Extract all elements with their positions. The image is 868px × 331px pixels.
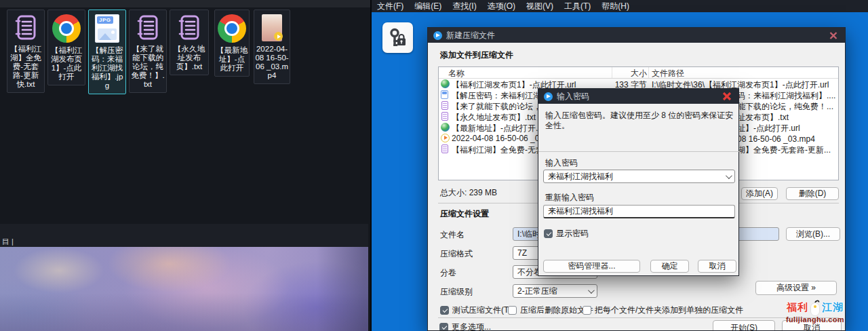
watermark-brand-left: 福利 [787, 301, 808, 314]
menu-item[interactable]: 查找(I) [447, 0, 481, 12]
desktop-top-strip [0, 0, 370, 7]
divider [438, 317, 839, 318]
desktop-icon[interactable]: 【来了就能下载的论坛，纯免费！】.txt [129, 9, 167, 93]
text-file-icon [13, 14, 39, 41]
total-size-label: 总大小: 239 MB [440, 187, 497, 199]
field-combobox[interactable]: 2-正常压缩 [513, 284, 597, 298]
option-checkbox-label: 测试压缩文件(T) [452, 305, 511, 316]
media-player-titlebar: 目 | [0, 224, 368, 247]
password-hint-text: 输入压缩包密码。建议使用至少 8 位的密码来保证安全性。 [545, 111, 735, 131]
desktop-icon-label: 【解压密码：来福利江湖找福利】.jpg [90, 46, 125, 90]
combobox-value: 2-正常压缩 [517, 286, 557, 297]
url-file-icon [441, 79, 450, 88]
desktop-icon[interactable]: 【福利江湖】全免费-无套路-更新快.txt [7, 9, 45, 93]
menu-bar: 文件(F)编辑(E)查找(I)选项(O)视图(V)工具(T)帮助(H) [372, 0, 868, 12]
jpg-badge-label: JPG [97, 16, 113, 24]
desktop-icon[interactable]: 【永久地址发布页】.txt [170, 9, 209, 75]
play-icon [274, 32, 283, 41]
mp4-file-icon [441, 134, 450, 142]
desktop-icon-label: 【来了就能下载的论坛，纯免费！】.txt [130, 45, 165, 89]
chevron-down-icon[interactable] [588, 287, 595, 294]
video-thumbnail [262, 14, 282, 41]
video-preview[interactable] [0, 247, 368, 331]
chevron-down-icon[interactable] [726, 172, 732, 179]
text-file-icon [135, 14, 161, 41]
field-label: 文件名 [440, 229, 465, 241]
menu-item[interactable]: 文件(F) [372, 0, 409, 12]
combobox-value: 7Z [517, 248, 527, 258]
enter-password-dialog: 输入密码 输入压缩包密码。建议使用至少 8 位的密码来保证安全性。 输入密码 来… [538, 88, 739, 276]
option-checkbox[interactable]: 测试压缩文件(T) [440, 305, 511, 316]
app-logo-icon [433, 31, 442, 40]
password-cancel-button[interactable]: 取消 [698, 260, 736, 273]
column-separator[interactable] [612, 67, 612, 78]
option-checkbox-label: 把每个文件/文件夹添加到单独的压缩文件 [595, 305, 743, 316]
text-file-icon [176, 14, 202, 41]
column-path[interactable]: 文件路径 [652, 68, 684, 79]
checkbox-checked-icon[interactable] [439, 323, 448, 331]
reenter-password-input[interactable] [543, 205, 735, 218]
menu-item[interactable]: 视图(V) [521, 0, 559, 12]
enter-password-titlebar[interactable]: 输入密码 [538, 89, 738, 104]
chrome-icon [218, 14, 246, 43]
menu-item[interactable]: 工具(T) [559, 0, 596, 12]
new-archive-titlebar[interactable]: 新建压缩文件 [428, 28, 845, 43]
field-label: 压缩格式 [440, 248, 473, 260]
column-size[interactable]: 大小 [614, 68, 647, 79]
desktop-icon[interactable]: 【福利江湖发布页1】-点此打开 [47, 9, 85, 85]
more-options-checkbox[interactable]: 更多选项... [439, 322, 491, 331]
desktop-icon-label: 【永久地址发布页】.txt [171, 45, 208, 71]
checkbox-checked-icon[interactable] [440, 306, 449, 315]
photo-thumbnail [98, 28, 117, 40]
password-manager-button[interactable]: 密码管理器... [543, 260, 640, 273]
checkbox-checked-icon[interactable] [544, 229, 553, 238]
file-list-header[interactable]: 名称 大小 文件路径 [439, 67, 838, 79]
txt-file-icon [441, 144, 448, 153]
site-watermark: 福利 江湖 fulijianghu.com [781, 298, 849, 324]
desktop-icon[interactable]: JPG【解压密码：来福利江湖找福利】.jpg [88, 9, 126, 94]
media-player-title: 目 | [2, 237, 14, 247]
menu-item[interactable]: 帮助(H) [596, 0, 635, 12]
archive-settings-section-label: 压缩文件设置 [440, 208, 489, 220]
ok-button[interactable]: 确定 [650, 260, 689, 273]
close-icon[interactable] [827, 30, 840, 41]
password-value: 来福利江湖找福利 [548, 171, 613, 182]
column-separator[interactable] [648, 67, 649, 78]
password-key-icon[interactable] [382, 22, 413, 53]
option-checkbox[interactable]: 把每个文件/文件夹添加到单独的压缩文件 [583, 305, 743, 316]
screen: 【福利江湖】全免费-无套路-更新快.txt【福利江湖发布页1】-点此打开JPG【… [0, 0, 868, 331]
url-file-icon [441, 123, 450, 132]
mouse-icon [808, 298, 822, 317]
watermark-domain: fulijianghu.com [781, 315, 849, 324]
password-combobox[interactable]: 来福利江湖找福利 [543, 170, 735, 183]
more-options-label: 更多选项... [452, 322, 491, 331]
menu-item[interactable]: 选项(O) [482, 0, 521, 12]
add-button[interactable]: 添加(A) [741, 187, 778, 200]
close-icon[interactable] [721, 91, 733, 102]
desktop-icon-label: 2022-04-08 16-50-06 _03.mp4 [255, 45, 289, 80]
menu-item[interactable]: 编辑(E) [409, 0, 447, 12]
checkbox-unchecked-icon[interactable] [508, 306, 517, 315]
checkbox-unchecked-icon[interactable] [583, 306, 591, 315]
app-logo-icon [544, 92, 553, 101]
divider [538, 151, 740, 152]
desktop-background: 【福利江湖】全免费-无套路-更新快.txt【福利江湖发布页1】-点此打开JPG【… [0, 0, 370, 331]
dialog-title: 输入密码 [557, 91, 589, 102]
desktop-icon-label: 【最新地址】-点此打开 [216, 46, 248, 73]
advanced-settings-button[interactable]: 高级设置 » [755, 281, 837, 295]
delete-button[interactable]: 删除(D) [786, 187, 839, 200]
show-password-checkbox[interactable]: 显示密码 [544, 228, 589, 239]
field-label: 压缩级别 [440, 286, 473, 298]
browse-button[interactable]: 浏览(B)... [786, 227, 840, 241]
txt-file-icon [441, 101, 448, 110]
start-button[interactable]: 开始(S) [713, 320, 775, 331]
field-label: 分卷 [440, 267, 456, 279]
reenter-password-label: 重新输入密码 [545, 192, 594, 203]
desktop-icon[interactable]: 2022-04-08 16-50-06 _03.mp4 [254, 9, 290, 84]
column-name[interactable]: 名称 [448, 68, 465, 79]
jpg-file-icon: JPG [95, 14, 119, 43]
key-lock-icon [388, 27, 408, 49]
option-checkbox[interactable]: 压缩后删除原始文件 [508, 305, 593, 316]
show-password-label: 显示密码 [556, 228, 589, 239]
desktop-icon[interactable]: 【最新地址】-点此打开 [214, 9, 250, 77]
